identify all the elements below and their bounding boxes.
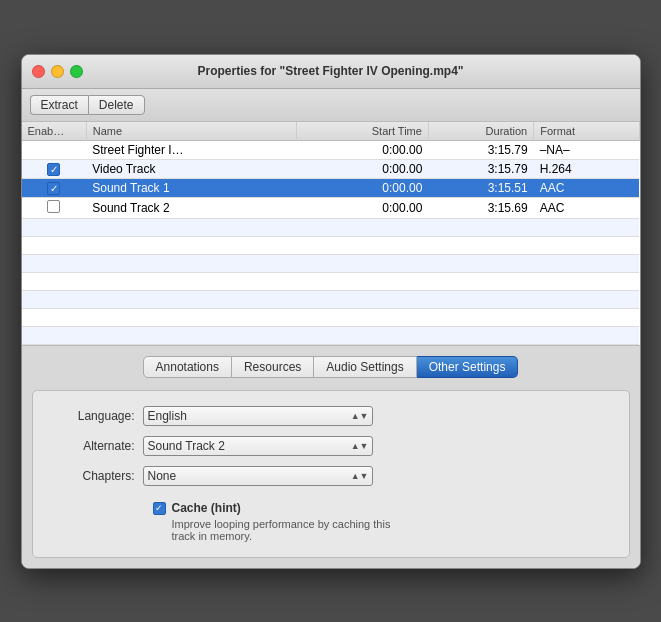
row-format: AAC bbox=[534, 178, 639, 197]
bottom-panel: Annotations Resources Audio Settings Oth… bbox=[22, 345, 640, 568]
settings-panel: Language: English French German Spanish … bbox=[32, 390, 630, 558]
row-duration: 3:15.79 bbox=[428, 159, 533, 178]
row-name: Sound Track 2 bbox=[86, 197, 297, 218]
row-start: 0:00.00 bbox=[297, 197, 429, 218]
alternate-select-wrapper: None Sound Track 1 Sound Track 2 ▲▼ bbox=[143, 436, 373, 456]
row-format: AAC bbox=[534, 197, 639, 218]
table-row-empty bbox=[22, 290, 640, 308]
cache-label: Cache (hint) bbox=[172, 501, 392, 515]
row-name: Video Track bbox=[86, 159, 297, 178]
row-name: Street Fighter I… bbox=[86, 140, 297, 159]
col-enabled: Enab… bbox=[22, 122, 87, 141]
close-button[interactable] bbox=[32, 65, 45, 78]
track-table: Enab… Name Start Time Duration Format St… bbox=[22, 122, 640, 345]
cache-checkbox[interactable]: ✓ bbox=[153, 502, 166, 515]
minimize-button[interactable] bbox=[51, 65, 64, 78]
enable-checkbox[interactable]: ✓ bbox=[47, 163, 60, 176]
cache-text-block: Cache (hint) Improve looping performance… bbox=[172, 501, 392, 542]
row-start: 0:00.00 bbox=[297, 159, 429, 178]
table-row: Street Fighter I… 0:00.00 3:15.79 –NA– bbox=[22, 140, 640, 159]
toolbar: Extract Delete bbox=[22, 89, 640, 122]
main-window: Properties for "Street Fighter IV Openin… bbox=[21, 54, 641, 569]
tab-other-settings[interactable]: Other Settings bbox=[417, 356, 519, 378]
alternate-select[interactable]: None Sound Track 1 Sound Track 2 bbox=[143, 436, 373, 456]
row-format: –NA– bbox=[534, 140, 639, 159]
titlebar: Properties for "Street Fighter IV Openin… bbox=[22, 55, 640, 89]
row-duration: 3:15.79 bbox=[428, 140, 533, 159]
chapters-label: Chapters: bbox=[53, 469, 143, 483]
row-duration: 3:15.69 bbox=[428, 197, 533, 218]
track-table-container: Enab… Name Start Time Duration Format St… bbox=[22, 122, 640, 345]
table-row-empty bbox=[22, 326, 640, 344]
table-row[interactable]: ✓ Sound Track 1 0:00.00 3:15.51 AAC bbox=[22, 178, 640, 197]
row-enabled-cell[interactable]: ✓ bbox=[22, 159, 87, 178]
language-select-wrapper: English French German Spanish Japanese ▲… bbox=[143, 406, 373, 426]
row-name: Sound Track 1 bbox=[86, 178, 297, 197]
enable-checkbox[interactable]: ✓ bbox=[47, 182, 60, 195]
enable-checkbox[interactable] bbox=[47, 200, 60, 213]
alternate-row: Alternate: None Sound Track 1 Sound Trac… bbox=[53, 436, 609, 456]
tab-bar: Annotations Resources Audio Settings Oth… bbox=[32, 356, 630, 378]
table-row-empty bbox=[22, 236, 640, 254]
window-title: Properties for "Street Fighter IV Openin… bbox=[197, 64, 463, 78]
cache-section: ✓ Cache (hint) Improve looping performan… bbox=[53, 501, 609, 542]
row-start: 0:00.00 bbox=[297, 178, 429, 197]
table-row: ✓ Video Track 0:00.00 3:15.79 H.264 bbox=[22, 159, 640, 178]
chapters-select-wrapper: None ▲▼ bbox=[143, 466, 373, 486]
row-duration: 3:15.51 bbox=[428, 178, 533, 197]
col-name: Name bbox=[86, 122, 297, 141]
table-row-empty bbox=[22, 254, 640, 272]
language-row: Language: English French German Spanish … bbox=[53, 406, 609, 426]
chapters-row: Chapters: None ▲▼ bbox=[53, 466, 609, 486]
extract-button[interactable]: Extract bbox=[30, 95, 88, 115]
tab-audio-settings[interactable]: Audio Settings bbox=[314, 356, 416, 378]
language-label: Language: bbox=[53, 409, 143, 423]
row-enabled-cell bbox=[22, 140, 87, 159]
table-row-empty bbox=[22, 218, 640, 236]
tab-resources[interactable]: Resources bbox=[232, 356, 314, 378]
col-format: Format bbox=[534, 122, 639, 141]
col-start: Start Time bbox=[297, 122, 429, 141]
row-start: 0:00.00 bbox=[297, 140, 429, 159]
col-duration: Duration bbox=[428, 122, 533, 141]
row-format: H.264 bbox=[534, 159, 639, 178]
table-row-empty bbox=[22, 308, 640, 326]
table-header-row: Enab… Name Start Time Duration Format bbox=[22, 122, 640, 141]
row-enabled-cell[interactable]: ✓ bbox=[22, 178, 87, 197]
tab-annotations[interactable]: Annotations bbox=[143, 356, 232, 378]
language-select[interactable]: English French German Spanish Japanese bbox=[143, 406, 373, 426]
zoom-button[interactable] bbox=[70, 65, 83, 78]
table-row: Sound Track 2 0:00.00 3:15.69 AAC bbox=[22, 197, 640, 218]
row-enabled-cell[interactable] bbox=[22, 197, 87, 218]
table-row-empty bbox=[22, 272, 640, 290]
chapters-select[interactable]: None bbox=[143, 466, 373, 486]
alternate-label: Alternate: bbox=[53, 439, 143, 453]
traffic-lights bbox=[32, 65, 83, 78]
cache-description: Improve looping performance by caching t… bbox=[172, 518, 392, 542]
delete-button[interactable]: Delete bbox=[88, 95, 145, 115]
